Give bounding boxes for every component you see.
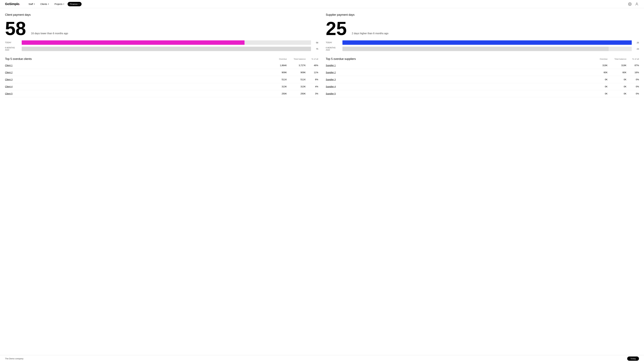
top-suppliers-section: Top 5 overdue suppliers Overdue Total ba…: [326, 57, 639, 97]
clients-table: Client 1 1,864K 3,727K 46% Client 2 909K…: [5, 62, 318, 97]
col-header-total-clients: Total balance: [287, 58, 306, 60]
client-name-link[interactable]: Client 3: [5, 78, 271, 81]
supplier-payment-title: Supplier payment days: [326, 13, 639, 16]
client-bar-today-fill: [22, 40, 244, 45]
suppliers-table: Supplier 1 319K 319K 87% Supplier 2 60K …: [326, 62, 639, 97]
top-clients-header-row: Top 5 overdue clients Overdue Total bala…: [5, 57, 318, 61]
nav-item-staff[interactable]: Staff ▾: [26, 2, 37, 6]
client-name-link[interactable]: Client 5: [5, 92, 271, 95]
client-bar-today: TODAY 58: [5, 40, 318, 45]
col-header-pct-clients: % of all: [306, 58, 318, 60]
table-row: Client 3 511K 511K 6%: [5, 76, 318, 83]
client-pct: 3%: [306, 92, 318, 95]
table-row: Client 1 1,864K 3,727K 46%: [5, 62, 318, 69]
table-row: Client 5 250K 250K 3%: [5, 90, 318, 97]
supplier-total: 319K: [608, 64, 626, 66]
table-row: Supplier 3 0K 0K 0%: [326, 76, 639, 83]
supplier-overdue: 319K: [592, 64, 608, 66]
client-pct: 6%: [306, 78, 318, 81]
client-payment-section: Client payment days 58 16 days lower tha…: [5, 13, 318, 97]
supplier-overdue: 0K: [592, 85, 608, 88]
supplier-name-link[interactable]: Supplier 4: [326, 85, 592, 88]
supplier-pct: 16%: [626, 71, 639, 74]
client-bar-today-label: TODAY: [5, 42, 19, 44]
col-header-total-suppliers: Total balance: [608, 58, 626, 60]
chevron-down-icon: ▾: [34, 3, 35, 5]
col-header-overdue-suppliers: Overdue: [592, 58, 608, 60]
chevron-down-icon: ▾: [63, 3, 64, 5]
client-total: 3,727K: [287, 64, 306, 66]
client-overdue: 909K: [271, 71, 287, 74]
supplier-overdue: 0K: [592, 78, 608, 81]
logo: GoSimplo.: [5, 2, 20, 6]
table-row: Supplier 1 319K 319K 87%: [326, 62, 639, 69]
client-bar-6mo-label: 6 MONTHS AGO: [5, 47, 19, 51]
client-total: 511K: [287, 78, 306, 81]
supplier-name-link[interactable]: Supplier 2: [326, 71, 592, 74]
top-suppliers-title: Top 5 overdue suppliers: [326, 57, 592, 61]
supplier-name-link[interactable]: Supplier 5: [326, 92, 592, 95]
table-row: Client 2 909K 909K 11%: [5, 69, 318, 76]
supplier-bar-today-fill: [342, 40, 632, 45]
nav-item-projects[interactable]: Projects ▾: [52, 2, 66, 6]
client-name-link[interactable]: Client 1: [5, 64, 271, 66]
svg-point-0: [630, 4, 630, 4]
supplier-name-link[interactable]: Supplier 3: [326, 78, 592, 81]
client-bar-6mo-value: 75: [314, 48, 318, 50]
settings-icon[interactable]: [628, 2, 632, 6]
supplier-total: 60K: [608, 71, 626, 74]
client-overdue: 250K: [271, 92, 287, 95]
client-pct: 4%: [306, 85, 318, 88]
supplier-bar-today: TODAY 25: [326, 40, 639, 45]
client-name-link[interactable]: Client 2: [5, 71, 271, 74]
client-overdue: 511K: [271, 78, 287, 81]
user-icon[interactable]: [634, 2, 639, 6]
client-payment-subtitle: 16 days lower than 6 months ago: [31, 32, 68, 35]
client-name-link[interactable]: Client 4: [5, 85, 271, 88]
supplier-pct: 0%: [626, 78, 639, 81]
client-payment-number: 58 16 days lower than 6 months ago: [5, 19, 318, 38]
nav-item-finance[interactable]: Finance ▾: [68, 2, 82, 6]
client-payment-title: Client payment days: [5, 13, 318, 16]
col-header-pct-suppliers: % of all: [626, 58, 639, 60]
client-total: 313K: [287, 85, 306, 88]
client-overdue: 1,864K: [271, 64, 287, 66]
client-pct: 11%: [306, 71, 318, 74]
supplier-overdue: 0K: [592, 92, 608, 95]
supplier-bar-today-track: [342, 40, 632, 45]
nav-links: Staff ▾ Clients ▾ Projects ▾ Finance ▾: [26, 2, 628, 6]
client-overdue: 313K: [271, 85, 287, 88]
chevron-down-icon: ▾: [78, 3, 79, 5]
supplier-payment-section: Supplier payment days 25 2 days higher t…: [326, 13, 639, 97]
supplier-bar-today-label: TODAY: [326, 42, 340, 44]
supplier-payment-number: 25 2 days higher than 6 months ago: [326, 19, 639, 38]
supplier-bar-6mo-value: 23: [634, 48, 639, 50]
nav-item-clients[interactable]: Clients ▾: [38, 2, 51, 6]
navbar: GoSimplo. Staff ▾ Clients ▾ Projects ▾ F…: [0, 0, 644, 8]
table-row: Client 4 313K 313K 4%: [5, 83, 318, 90]
main-content: Client payment days 58 16 days lower tha…: [0, 8, 644, 110]
supplier-pct: 87%: [626, 64, 639, 66]
top-suppliers-header-row: Top 5 overdue suppliers Overdue Total ba…: [326, 57, 639, 61]
supplier-total: 0K: [608, 78, 626, 81]
client-bar-today-value: 58: [314, 42, 318, 44]
client-bar-6mo-fill: [22, 47, 311, 51]
top-clients-section: Top 5 overdue clients Overdue Total bala…: [5, 57, 318, 97]
logo-dot: .: [19, 2, 20, 6]
chevron-down-icon: ▾: [48, 3, 49, 5]
col-header-overdue-clients: Overdue: [271, 58, 287, 60]
supplier-pct: 0%: [626, 92, 639, 95]
client-bar-today-track: [22, 40, 311, 45]
supplier-name-link[interactable]: Supplier 1: [326, 64, 592, 66]
supplier-bar-6mo: 6 MONTHS AGO 23: [326, 47, 639, 51]
supplier-total: 0K: [608, 92, 626, 95]
supplier-bar-6mo-fill: [342, 47, 609, 51]
supplier-payment-subtitle: 2 days higher than 6 months ago: [352, 32, 388, 35]
supplier-total: 0K: [608, 85, 626, 88]
supplier-bar-today-value: 25: [634, 42, 639, 44]
client-pct: 46%: [306, 64, 318, 66]
supplier-bar-6mo-label: 6 MONTHS AGO: [326, 47, 340, 51]
supplier-pct: 0%: [626, 85, 639, 88]
client-total: 250K: [287, 92, 306, 95]
client-bars: TODAY 58 6 MONTHS AGO 75: [5, 40, 318, 51]
